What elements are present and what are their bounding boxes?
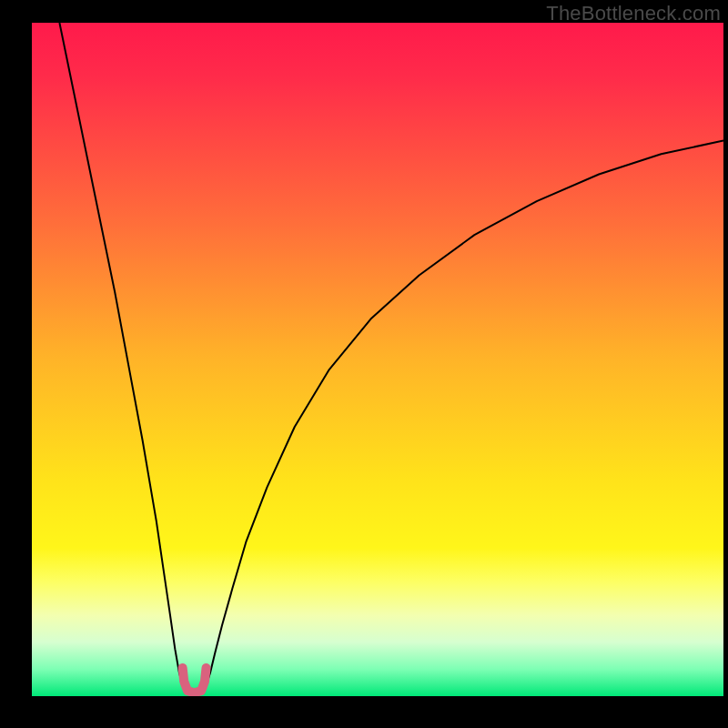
plot-area xyxy=(32,23,723,696)
chart-svg xyxy=(32,23,723,696)
gradient-background xyxy=(32,23,723,696)
chart-frame: TheBottleneck.com xyxy=(0,0,728,728)
